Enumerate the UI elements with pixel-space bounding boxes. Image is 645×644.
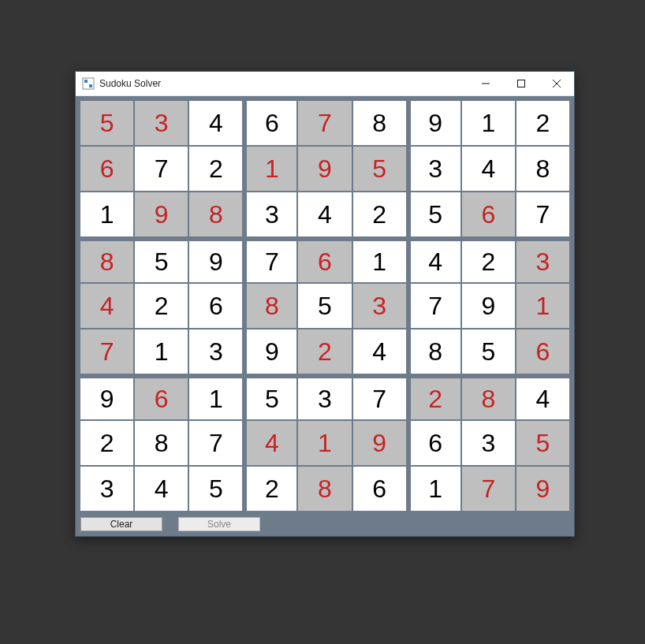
cell-r0-c4[interactable]: 7	[298, 101, 351, 145]
cell-r2-c1[interactable]: 9	[135, 192, 188, 236]
cell-r0-c2[interactable]: 4	[189, 101, 242, 145]
cell-r3-c6[interactable]: 4	[411, 241, 460, 282]
cell-r4-c6[interactable]: 7	[411, 284, 460, 328]
app-icon	[82, 77, 95, 90]
cell-r0-c3[interactable]: 6	[247, 101, 296, 145]
cell-r2-c0[interactable]: 1	[80, 192, 133, 236]
cell-r1-c8[interactable]: 8	[516, 147, 569, 191]
cell-r5-c8[interactable]: 6	[516, 329, 569, 374]
svg-rect-2	[89, 84, 92, 87]
cell-r1-c5[interactable]: 5	[353, 147, 406, 191]
svg-rect-1	[84, 80, 88, 83]
cell-r7-c3[interactable]: 4	[247, 421, 296, 465]
cell-r6-c5[interactable]: 7	[353, 378, 406, 419]
cell-r1-c6[interactable]: 3	[411, 147, 460, 191]
cell-r2-c5[interactable]: 2	[353, 192, 406, 236]
cell-r7-c0[interactable]: 2	[80, 421, 133, 465]
cell-r3-c5[interactable]: 1	[353, 241, 406, 282]
cell-r3-c7[interactable]: 2	[462, 241, 515, 282]
cell-r1-c7[interactable]: 4	[462, 147, 515, 191]
cell-r2-c3[interactable]: 3	[247, 192, 296, 236]
cell-r0-c5[interactable]: 8	[353, 101, 406, 145]
cell-r1-c4[interactable]: 9	[298, 147, 351, 191]
cell-r4-c5[interactable]: 3	[353, 284, 406, 328]
cell-r4-c3[interactable]: 8	[247, 284, 296, 328]
cell-r3-c2[interactable]: 9	[189, 241, 242, 282]
cell-r3-c1[interactable]: 5	[135, 241, 188, 282]
svg-rect-4	[517, 80, 524, 87]
cell-r5-c0[interactable]: 7	[80, 329, 133, 374]
cell-r5-c1[interactable]: 1	[135, 329, 188, 374]
cell-r6-c3[interactable]: 5	[247, 378, 296, 419]
cell-r3-c0[interactable]: 8	[80, 241, 133, 282]
cell-r6-c6[interactable]: 2	[411, 378, 460, 419]
cell-r7-c7[interactable]: 3	[462, 421, 515, 465]
cell-r8-c1[interactable]: 4	[135, 467, 188, 511]
cell-r3-c4[interactable]: 6	[298, 241, 351, 282]
cell-r8-c5[interactable]: 6	[353, 467, 406, 511]
cell-r0-c8[interactable]: 2	[516, 101, 569, 145]
cell-r1-c0[interactable]: 6	[80, 147, 133, 191]
cell-r6-c7[interactable]: 8	[462, 378, 515, 419]
cell-r5-c5[interactable]: 4	[353, 329, 406, 374]
cell-r3-c8[interactable]: 3	[516, 241, 569, 282]
cell-r0-c1[interactable]: 3	[135, 101, 188, 145]
cell-r4-c7[interactable]: 9	[462, 284, 515, 328]
cell-r7-c8[interactable]: 5	[516, 421, 569, 465]
cell-r5-c2[interactable]: 3	[189, 329, 242, 374]
cell-r2-c4[interactable]: 4	[298, 192, 351, 236]
cell-r8-c8[interactable]: 9	[516, 467, 569, 511]
cell-r1-c3[interactable]: 1	[247, 147, 296, 191]
cell-r1-c1[interactable]: 7	[135, 147, 188, 191]
cell-r0-c6[interactable]: 9	[411, 101, 460, 145]
cell-r4-c2[interactable]: 6	[189, 284, 242, 328]
cell-r4-c1[interactable]: 2	[135, 284, 188, 328]
cell-r6-c2[interactable]: 1	[189, 378, 242, 419]
cell-r4-c0[interactable]: 4	[80, 284, 133, 328]
solve-button[interactable]: Solve	[178, 517, 260, 531]
cell-r5-c3[interactable]: 9	[247, 329, 296, 374]
cell-r7-c4[interactable]: 1	[298, 421, 351, 465]
cell-r4-c4[interactable]: 5	[298, 284, 351, 328]
cell-r2-c7[interactable]: 6	[462, 192, 515, 236]
cell-r7-c5[interactable]: 9	[353, 421, 406, 465]
maximize-button[interactable]	[503, 72, 539, 95]
cell-r8-c2[interactable]: 5	[189, 467, 242, 511]
app-window: Sudoku Solver 53467891267219534819834256…	[75, 71, 575, 537]
cell-r2-c6[interactable]: 5	[411, 192, 460, 236]
cell-r1-c2[interactable]: 2	[189, 147, 242, 191]
cell-r2-c8[interactable]: 7	[516, 192, 569, 236]
cell-r2-c2[interactable]: 8	[189, 192, 242, 236]
cell-r3-c3[interactable]: 7	[247, 241, 296, 282]
window-title: Sudoku Solver	[99, 78, 161, 89]
sudoku-board: 5346789126721953481983425678597614234268…	[80, 101, 569, 511]
cell-r8-c0[interactable]: 3	[80, 467, 133, 511]
cell-r6-c0[interactable]: 9	[80, 378, 133, 419]
cell-r8-c3[interactable]: 2	[247, 467, 296, 511]
cell-r4-c8[interactable]: 1	[516, 284, 569, 328]
cell-r5-c6[interactable]: 8	[411, 329, 460, 374]
cell-r8-c7[interactable]: 7	[462, 467, 515, 511]
cell-r6-c1[interactable]: 6	[135, 378, 188, 419]
cell-r0-c7[interactable]: 1	[462, 101, 515, 145]
clear-button[interactable]: Clear	[80, 517, 162, 531]
cell-r7-c2[interactable]: 7	[189, 421, 242, 465]
minimize-button[interactable]	[468, 72, 503, 95]
button-row: Clear Solve	[76, 516, 574, 536]
cell-r8-c6[interactable]: 1	[411, 467, 460, 511]
cell-r0-c0[interactable]: 5	[80, 101, 133, 145]
cell-r6-c4[interactable]: 3	[298, 378, 351, 419]
sudoku-board-wrap: 5346789126721953481983425678597614234268…	[76, 96, 574, 516]
cell-r7-c1[interactable]: 8	[135, 421, 188, 465]
cell-r6-c8[interactable]: 4	[516, 378, 569, 419]
cell-r5-c4[interactable]: 2	[298, 329, 351, 374]
cell-r7-c6[interactable]: 6	[411, 421, 460, 465]
close-button[interactable]	[539, 72, 574, 95]
cell-r8-c4[interactable]: 8	[298, 467, 351, 511]
titlebar[interactable]: Sudoku Solver	[76, 72, 574, 96]
cell-r5-c7[interactable]: 5	[462, 329, 515, 374]
